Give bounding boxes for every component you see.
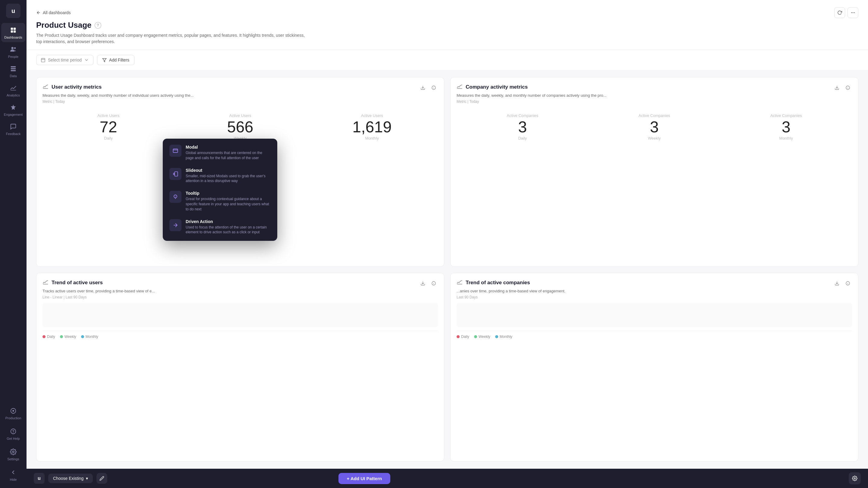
company-weekly-value: 3	[650, 119, 659, 135]
page-title: Product Usage	[36, 21, 92, 30]
trend-companies-icon	[457, 279, 463, 286]
company-activity-download-button[interactable]	[833, 84, 841, 92]
company-activity-monthly: Active Companies 3 Monthly	[720, 110, 852, 144]
more-button[interactable]	[847, 7, 858, 18]
add-pattern-label: + Add UI Pattern	[347, 476, 382, 481]
sidebar-item-production[interactable]: Production	[1, 404, 25, 423]
user-activity-download-button[interactable]	[418, 84, 427, 92]
dropdown-item-driven-action[interactable]: Driven Action Used to focus the attentio…	[165, 215, 275, 239]
page-description: The Product Usage Dashboard tracks user …	[36, 32, 307, 45]
tooltip-item-title: Tooltip	[186, 191, 271, 195]
company-activity-info-button[interactable]	[844, 84, 852, 92]
sidebar-item-data[interactable]: Data	[1, 61, 25, 81]
page-title-row: Product Usage ?	[36, 21, 858, 30]
sidebar-item-dashboards[interactable]: Dashboards	[1, 23, 25, 42]
tooltip-item-text: Tooltip Great for providing contextual g…	[186, 191, 271, 212]
user-activity-actions	[418, 84, 438, 92]
legend-daily: Daily	[42, 335, 55, 339]
company-activity-meta: Metric | Today	[457, 99, 852, 104]
filters-bar: Select time period Add Filters	[27, 50, 868, 70]
trend-users-info-button[interactable]	[430, 279, 438, 287]
modal-item-desc: Global announcements that are centered o…	[186, 150, 271, 161]
sidebar-item-engagement-label: Engagement	[4, 113, 23, 116]
svg-text:?: ?	[12, 429, 14, 434]
legend-companies-monthly-label: Monthly	[500, 335, 513, 339]
sidebar-item-settings[interactable]: Settings	[1, 445, 25, 464]
user-monthly-period: Monthly	[365, 136, 379, 141]
tooltip-item-desc: Great for providing contextual guidance …	[186, 196, 271, 212]
company-daily-period: Daily	[518, 136, 527, 141]
svg-rect-45	[175, 172, 178, 176]
add-filters-button[interactable]: Add Filters	[97, 55, 134, 65]
trend-companies-info-button[interactable]	[844, 279, 852, 287]
trend-companies-download-button[interactable]	[833, 279, 841, 287]
sidebar-bottom: Production ? Get Help Settings Hide	[1, 404, 25, 484]
sidebar-item-people-label: People	[8, 55, 19, 59]
user-activity-title: User activity metrics	[52, 84, 101, 90]
sidebar-item-feedback[interactable]: Feedback	[1, 119, 25, 139]
trend-users-desc: Tracks active users over time, providing…	[42, 289, 438, 293]
user-daily-label: Active Users	[97, 113, 119, 118]
driven-action-item-title: Driven Action	[186, 219, 271, 224]
sidebar-item-people[interactable]: People	[1, 42, 25, 61]
time-period-select[interactable]: Select time period	[36, 55, 93, 65]
info-icon	[431, 281, 436, 286]
download-icon	[421, 281, 425, 286]
filter-icon	[102, 58, 107, 62]
user-activity-card-header: User activity metrics	[42, 84, 438, 92]
trend-companies-card-header: Trend of active companies	[457, 279, 852, 287]
pencil-button[interactable]	[96, 473, 107, 484]
sidebar-item-hide[interactable]: Hide	[1, 465, 25, 484]
legend-companies-daily-label: Daily	[461, 335, 469, 339]
refresh-button[interactable]	[834, 7, 845, 18]
dropdown-item-modal[interactable]: Modal Global announcements that are cent…	[165, 141, 275, 164]
legend-monthly: Monthly	[81, 335, 98, 339]
company-activity-icon	[457, 84, 463, 91]
chevron-down-icon: ▾	[86, 476, 88, 481]
svg-rect-1	[13, 28, 16, 30]
sidebar-item-analytics-label: Analytics	[7, 93, 20, 97]
trend-companies-title: Trend of active companies	[466, 280, 530, 286]
slideout-item-desc: Smaller, mid-sized Modals used to grab t…	[186, 174, 271, 184]
time-period-label: Select time period	[48, 58, 82, 62]
sidebar-item-analytics[interactable]: Analytics	[1, 81, 25, 100]
sidebar-item-engagement[interactable]: Engagement	[1, 100, 25, 119]
sidebar-item-get-help[interactable]: ? Get Help	[1, 424, 25, 444]
legend-weekly-label: Weekly	[64, 335, 76, 339]
slideout-item-text: Slideout Smaller, mid-sized Modals used …	[186, 168, 271, 184]
legend-companies-daily: Daily	[457, 335, 469, 339]
add-filters-label: Add Filters	[109, 58, 129, 62]
legend-weekly: Weekly	[60, 335, 76, 339]
company-monthly-label: Active Companies	[770, 113, 802, 118]
user-activity-icon	[42, 84, 49, 91]
slideout-item-title: Slideout	[186, 168, 271, 173]
legend-weekly-dot	[60, 335, 63, 338]
gear-icon	[9, 448, 18, 456]
main-content: All dashboards Product Usage ? The Produ…	[27, 0, 868, 488]
title-help-icon[interactable]: ?	[95, 22, 101, 29]
user-activity-info-button[interactable]	[430, 84, 438, 92]
trend-companies-desc: ...anies over time, providing a time-bas…	[457, 289, 852, 293]
dropdown-item-tooltip[interactable]: i Tooltip Great for providing contextual…	[165, 187, 275, 215]
company-activity-title-row: Company activity metrics	[457, 84, 528, 91]
sidebar: u Dashboards People Data Analytics Engag…	[0, 0, 27, 488]
choose-existing-button[interactable]: Choose Existing ▾	[48, 474, 93, 483]
dropdown-item-slideout[interactable]: Slideout Smaller, mid-sized Modals used …	[165, 164, 275, 187]
bottom-settings-button[interactable]	[849, 472, 861, 484]
sidebar-item-data-label: Data	[10, 74, 17, 78]
user-activity-daily: Active Users 72 Daily	[42, 110, 174, 144]
back-to-dashboards-link[interactable]: All dashboards	[36, 10, 71, 15]
trend-users-card-header: Trend of active users	[42, 279, 438, 287]
legend-companies-monthly-dot	[495, 335, 498, 338]
modal-item-text: Modal Global announcements that are cent…	[186, 145, 271, 161]
add-ui-pattern-button[interactable]: + Add UI Pattern	[338, 473, 391, 484]
trend-users-download-button[interactable]	[418, 279, 427, 287]
trend-users-title: Trend of active users	[52, 280, 103, 286]
user-activity-meta: Metric | Today	[42, 99, 438, 104]
svg-rect-17	[41, 59, 45, 62]
trend-users-card: Trend of active users Tracks active user…	[36, 273, 444, 461]
analytics-icon	[9, 84, 18, 92]
choose-existing-label: Choose Existing	[53, 476, 84, 481]
driven-action-icon	[169, 219, 181, 231]
sidebar-logo[interactable]: u	[6, 4, 21, 18]
